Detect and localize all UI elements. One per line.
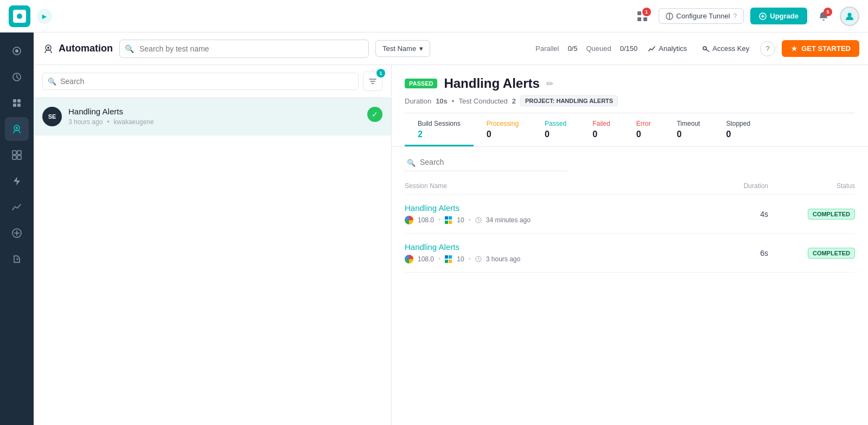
- grid-icon-button[interactable]: 1: [633, 7, 652, 26]
- user-avatar-button[interactable]: [840, 7, 859, 26]
- meta-separator: •: [107, 118, 109, 126]
- duration-col-header: Duration: [681, 182, 768, 190]
- session-duration: 6s: [681, 249, 768, 257]
- queued-label: Queued: [586, 44, 611, 53]
- chrome-version: 108.0: [418, 216, 434, 224]
- automation-title: Automation: [42, 43, 113, 55]
- svg-point-30: [47, 47, 49, 49]
- sub-header: Automation 🔍 Test Name ▾ Parallel 0/5 Qu…: [34, 33, 868, 65]
- logo-button[interactable]: [9, 5, 30, 27]
- sidebar-item-more[interactable]: [5, 247, 29, 271]
- detail-panel: PASSED Handling Alerts ✏ Duration 10s • …: [392, 65, 868, 425]
- test-status-icon: ✓: [367, 107, 382, 122]
- panels: 🔍 1 SE Handling Alerts 3 hours ago: [34, 65, 868, 425]
- sidebar-item-automation[interactable]: [5, 117, 29, 141]
- session-meta: 108.0 • 10 • 34 minutes ago: [405, 216, 681, 224]
- failed-stat[interactable]: Failed 0: [579, 113, 623, 146]
- svg-marker-26: [14, 256, 20, 262]
- test-name-label: Test Name: [382, 44, 416, 53]
- upgrade-button[interactable]: Upgrade: [750, 8, 807, 24]
- edit-icon[interactable]: ✏: [546, 79, 553, 89]
- passed-stat[interactable]: Passed 0: [532, 113, 579, 146]
- build-sessions-value: 2: [418, 130, 423, 139]
- session-time: 3 hours ago: [486, 255, 520, 263]
- access-key-button[interactable]: Access Key: [698, 42, 754, 55]
- processing-label: Processing: [487, 120, 519, 127]
- grid-badge: 1: [642, 8, 651, 16]
- session-name: Handling Alerts: [405, 203, 681, 212]
- search-icon: 🔍: [125, 44, 134, 53]
- stopped-value: 0: [726, 130, 731, 139]
- session-row[interactable]: Handling Alerts 108.0 • 10 •: [405, 195, 855, 234]
- timeout-value: 0: [676, 130, 681, 139]
- dropdown-chevron-icon: ▾: [419, 44, 423, 53]
- svg-rect-0: [637, 11, 641, 15]
- parallel-label: Parallel: [535, 44, 559, 53]
- sessions-area: 🔍 Session Name Duration Status Handling …: [392, 147, 868, 425]
- filter-button[interactable]: 1: [363, 72, 382, 91]
- sidebar-item-visual[interactable]: [5, 143, 29, 167]
- session-row[interactable]: Handling Alerts 108.0 • 10 •: [405, 234, 855, 273]
- test-conducted-label: Test Conducted: [458, 97, 507, 105]
- test-name-dropdown[interactable]: Test Name ▾: [375, 40, 430, 57]
- list-search-input[interactable]: [42, 73, 359, 90]
- left-sidebar: [0, 33, 34, 425]
- session-time: 34 minutes ago: [486, 216, 531, 224]
- session-info: Handling Alerts 108.0 • 10 •: [405, 242, 681, 263]
- svg-line-32: [706, 49, 709, 51]
- get-started-button[interactable]: GET STARTED: [782, 40, 859, 57]
- svg-rect-20: [17, 151, 21, 154]
- configure-tunnel-button[interactable]: Configure Tunnel ?: [659, 8, 744, 24]
- duration-value: 10s: [436, 97, 448, 105]
- logo-dot: [17, 14, 22, 19]
- svg-rect-22: [17, 156, 21, 159]
- session-name: Handling Alerts: [405, 242, 681, 252]
- sessions-search-input[interactable]: [405, 153, 567, 171]
- sidebar-item-home[interactable]: [5, 39, 29, 63]
- analytics-button[interactable]: Analytics: [644, 42, 691, 55]
- filter-badge: 1: [376, 69, 385, 78]
- stopped-stat[interactable]: Stopped 0: [713, 113, 763, 146]
- test-item-user: kwakaeugene: [114, 118, 154, 126]
- session-status: COMPLETED: [768, 209, 855, 220]
- windows-version: 10: [457, 255, 464, 263]
- stopped-label: Stopped: [726, 120, 750, 127]
- passed-badge: PASSED: [405, 79, 437, 88]
- automation-label: Automation: [59, 43, 113, 54]
- sidebar-item-analytics[interactable]: [5, 195, 29, 219]
- sidebar-item-builds[interactable]: [5, 91, 29, 115]
- build-sessions-stat[interactable]: Build Sessions 2: [405, 113, 474, 146]
- sessions-search-icon: 🔍: [407, 158, 416, 166]
- sessions-table-header: Session Name Duration Status: [405, 178, 855, 195]
- test-search-input[interactable]: [119, 40, 369, 58]
- parallel-value: 0/5: [567, 44, 577, 53]
- nav-forward-arrow[interactable]: ►: [37, 9, 52, 24]
- test-list-panel: 🔍 1 SE Handling Alerts 3 hours ago: [34, 65, 392, 425]
- test-item-name: Handling Alerts: [68, 107, 361, 116]
- timeout-stat[interactable]: Timeout 0: [663, 113, 713, 146]
- session-meta: 108.0 • 10 • 3 hours ago: [405, 255, 681, 263]
- status-col-header: Status: [768, 182, 855, 190]
- processing-stat[interactable]: Processing 0: [474, 113, 532, 146]
- passed-stat-value: 0: [545, 130, 550, 139]
- list-search-area: 🔍 1: [34, 65, 391, 98]
- test-list-item[interactable]: SE Handling Alerts 3 hours ago • kwakaeu…: [34, 98, 391, 136]
- stats-area: Parallel 0/5 Queued 0/150: [535, 44, 637, 53]
- error-value: 0: [636, 130, 641, 139]
- test-avatar: SE: [42, 107, 62, 126]
- failed-value: 0: [592, 130, 597, 139]
- error-stat[interactable]: Error 0: [623, 113, 664, 146]
- help-button[interactable]: ?: [760, 41, 775, 56]
- access-key-label: Access Key: [712, 44, 749, 53]
- upgrade-label: Upgrade: [770, 12, 799, 20]
- configure-tunnel-help[interactable]: ?: [733, 12, 737, 20]
- svg-rect-2: [637, 17, 641, 21]
- sidebar-item-integrations[interactable]: [5, 221, 29, 245]
- test-list-scroll: SE Handling Alerts 3 hours ago • kwakaeu…: [34, 98, 391, 425]
- svg-rect-21: [12, 156, 16, 159]
- sidebar-item-history[interactable]: [5, 65, 29, 89]
- sidebar-item-lightning[interactable]: [5, 169, 29, 193]
- error-label: Error: [636, 120, 651, 127]
- build-stats-row: Build Sessions 2 Processing 0 Passed 0: [405, 113, 855, 146]
- notifications-button[interactable]: 5: [814, 7, 833, 26]
